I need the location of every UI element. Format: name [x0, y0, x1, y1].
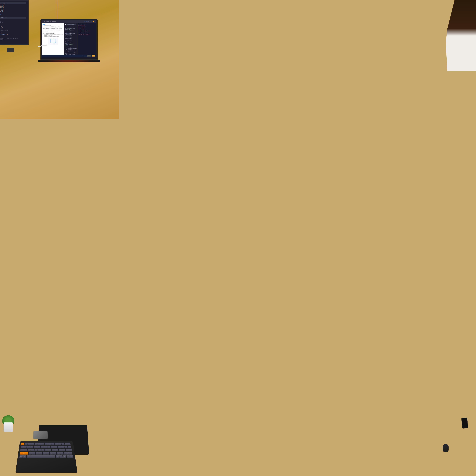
code-line: vertices_to_explore = [(0, [start])] — [65, 52, 77, 54]
svg-text:|a_y - b_y|: |a_y - b_y| — [56, 41, 57, 41]
monitor-screen: # Arithmetic operations result = 10 + 10… — [0, 0, 29, 45]
output-place: At Manhattan Mall — [78, 27, 96, 28]
code-line: result = 25 % 5 — [0, 10, 26, 11]
edit-link[interactable]: Edit in Author — [0, 14, 26, 15]
svg-text:(a_x, a_y): (a_x, a_y) — [49, 39, 51, 39]
output-detail: At 23rd Street and Madison Avenue — [78, 34, 96, 34]
output-detail: At 15th Street and 7th Avenue — [78, 26, 96, 27]
page-indicator: 4/6 — [85, 56, 86, 56]
code-line: paths_and_distances = {} — [65, 47, 77, 47]
detected-word: the — [0, 38, 2, 40]
code-display: # Arithmetic operations result = 10 + 10… — [0, 2, 26, 42]
file-tab[interactable]: manhattan_graph.py — [66, 24, 76, 25]
code-line: result = 50 + 5 — [0, 7, 26, 8]
code-line: def a_star(graph, start, target): — [65, 42, 77, 44]
lesson-diagram: |a_x - b_x| |a_y - b_y| (a_x, a_y) (b_x,… — [48, 38, 58, 45]
code-line: from manhattan_graph import manhattan_gr… — [65, 28, 77, 30]
lesson-bullets: Measure the distance between the two ver… — [43, 34, 63, 37]
lesson-panel: Learn A* ALGORITHM: PYTHON A Starry-Eyed… — [42, 23, 64, 55]
lesson-category: A* ALGORITHM: PYTHON — [43, 25, 63, 26]
topbar-path[interactable]: Path Menu — [52, 21, 56, 22]
laptop-screen: ≡ My Home › Path Menu + Get Unblock Tool… — [40, 19, 98, 58]
code-line: from math import sqrt, fsum — [65, 26, 77, 27]
output-place: At 15th Street and 8th Avenue — [78, 32, 96, 32]
section2-title: # Plus-Equal Operator — [0, 17, 26, 19]
file-icon: 📄 — [65, 24, 66, 25]
topbar-settings-icon[interactable]: ⚙ — [95, 21, 95, 22]
code-line: counter = counter + 10 — [0, 34, 26, 35]
code-line: counter = 0 — [0, 33, 26, 34]
svg-point-4 — [55, 42, 56, 43]
output-place: At Manhattan Mall — [78, 25, 96, 26]
code-line: # meaning — [0, 37, 26, 38]
keyboard-glow — [42, 60, 96, 62]
output-title: Starting A* algorithm — [78, 24, 96, 24]
code-line: counter = 0 — [0, 26, 26, 27]
topbar-tools[interactable]: Tools — [90, 21, 92, 22]
output-place: At 15th Street and 7th Avenue — [78, 31, 96, 31]
lesson-title: A Starry-Eyed Heuristic that Never Sleep… — [43, 26, 63, 28]
topbar-dot — [43, 21, 43, 22]
code-editor[interactable]: from math import sqrt, fsum from heap im… — [65, 26, 77, 55]
next-button[interactable]: Next — [92, 55, 95, 57]
code-line: result = 16 / 4 — [0, 8, 26, 10]
diagram-svg: |a_x - b_x| |a_y - b_y| (a_x, a_y) (b_x,… — [49, 38, 57, 45]
monitor-stand — [7, 48, 14, 52]
code-line: return x_distance + y_distance — [65, 40, 77, 42]
code-line: # The operator will also perform string — [0, 38, 26, 39]
lesson-subheader: To get the heuristic estimate, we need t… — [43, 33, 63, 34]
laptop-nav: ▶ Run 4/6 Back Next — [42, 55, 96, 57]
topbar-avatar — [93, 21, 94, 22]
bullet-1: Measure the distance between the two ver… — [44, 34, 63, 36]
code-line: paths_and_distances[vertex] = [inf, [str… — [65, 48, 77, 50]
code-line: print('Starting A* algorithm') — [65, 44, 77, 46]
code-line: # forms — [0, 23, 26, 25]
svg-text:(b_x, b_y): (b_x, b_y) — [53, 44, 55, 44]
left-monitor: # Arithmetic operations result = 10 + 10… — [0, 0, 33, 50]
run-button[interactable]: ▶ Run — [82, 56, 84, 56]
svg-text:|a_x - b_x|: |a_x - b_x| — [52, 38, 54, 39]
code-line: result = 5 ** 3 — [0, 11, 26, 13]
output-place: At Herald Square — [78, 29, 96, 29]
topbar-separator: › — [50, 21, 51, 22]
code-line: from path_control import graph_control_s… — [65, 30, 77, 32]
code-line: # variable and — [0, 22, 26, 23]
code-line: x_distance = abs(start_position[0] - tar… — [65, 34, 77, 36]
side-label1: ) — [0, 16, 26, 17]
learn-badge: Learn — [43, 24, 45, 25]
code-line: # ated. — [0, 41, 26, 42]
code-line: # getting — [0, 19, 26, 21]
svg-rect-2 — [51, 39, 55, 43]
code-line: count = 0 — [65, 46, 77, 47]
back-button[interactable]: Back — [87, 55, 91, 57]
output-place: At 15th Street and 8th Avenue — [78, 34, 96, 35]
output-detail: At Empire State Building — [78, 33, 96, 33]
output-detail: At 23rd Street and 5th Avenue — [78, 30, 96, 30]
output-panel: Starting A* algorithm At Manhattan Mall … — [77, 23, 96, 55]
laptop-split: Learn A* ALGORITHM: PYTHON A Starry-Eyed… — [42, 23, 96, 55]
code-line: # concatenation. — [0, 39, 26, 41]
code-line: paths_and_distances[start][0] = 0 — [65, 51, 77, 52]
topbar-getunblock[interactable]: + Get Unblock — [83, 21, 89, 22]
laptop-content: ≡ My Home › Path Menu + Get Unblock Tool… — [42, 20, 96, 57]
code-line: from heap import heapush, heappop — [65, 27, 77, 28]
code-line: # starting — [0, 21, 26, 22]
code-line: # This is equivalent to — [0, 30, 26, 31]
code-line: def heuristic(start, target): — [65, 33, 77, 34]
laptop: ≡ My Home › Path Menu + Get Unblock Tool… — [40, 19, 100, 69]
code-line: for vertex in graph: — [65, 47, 77, 48]
lesson-body: There are several kinds of heuristics ou… — [43, 28, 63, 33]
output-detail: At Mary's — [78, 28, 96, 28]
code-panel: 📄 manhattan_graph.py from math import sq… — [64, 23, 77, 55]
code-line: result = 40 - 10 — [0, 6, 26, 7]
code-line: counter += 10 — [0, 27, 26, 29]
section1-title: # Arithmetic operations — [0, 2, 26, 4]
bullet-2: Return the sum of the x distance and y d… — [44, 36, 63, 37]
laptop-hinge — [40, 58, 98, 60]
code-line: # Define heuristic below: — [65, 32, 77, 33]
topbar-icon: ≡ — [44, 21, 45, 22]
code-line: result = 10 + 10 — [0, 4, 26, 6]
code-line: y_distance = abs(start_position[1] - tar… — [65, 36, 77, 39]
laptop-topbar: ≡ My Home › Path Menu + Get Unblock Tool… — [42, 20, 96, 23]
topbar-home[interactable]: My Home — [46, 21, 49, 22]
